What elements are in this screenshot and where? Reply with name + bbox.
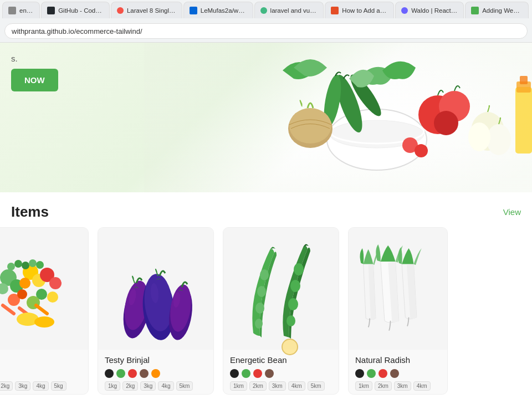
address-bar[interactable]: withpranta.github.io/ecommerce-tailwind/ bbox=[4, 23, 528, 39]
product-card-bean[interactable]: Energetic Bean 1km 2km 3km 4km 5km bbox=[223, 227, 339, 395]
products-row: table 1kg 2kg 3kg 4kg 5kg bbox=[0, 227, 532, 395]
tab-webview[interactable]: Adding WebView... bbox=[465, 2, 529, 18]
product-info-brinjal: Testy Brinjal 1kg 2kg 3kg 4kg 5km bbox=[98, 350, 213, 394]
tab-title-lemufas: LeMufas2a/wabi-de... bbox=[201, 7, 247, 14]
tab-title-webview: Adding WebView... bbox=[482, 7, 523, 14]
tab-favicon-webview bbox=[471, 7, 479, 14]
product-image-mixed-veg bbox=[0, 228, 88, 350]
color-dot-black[interactable] bbox=[230, 369, 239, 378]
product-image-radish bbox=[349, 228, 447, 350]
tab-favicon-lemufas bbox=[190, 7, 197, 14]
svg-point-39 bbox=[34, 316, 54, 328]
weight-2kg[interactable]: 2kg bbox=[122, 381, 138, 391]
browser-chrome: engel... GitHub - Code-Pop... Laravel 8 … bbox=[0, 0, 532, 43]
color-dot-green[interactable] bbox=[242, 369, 250, 378]
color-dot-red[interactable] bbox=[378, 369, 387, 378]
tab-favicon-engel bbox=[8, 7, 16, 14]
tab-title-coupon: How to Add a Coup... bbox=[342, 7, 388, 14]
product-card-brinjal[interactable]: Testy Brinjal 1kg 2kg 3kg 4kg 5km bbox=[98, 227, 214, 395]
weight-tags-bean: 1km 2km 3km 4km 5km bbox=[230, 381, 332, 391]
weight-4km[interactable]: 4km bbox=[288, 381, 305, 391]
color-dot-red[interactable] bbox=[253, 369, 262, 378]
hero-text-area: s. NOW bbox=[11, 54, 58, 91]
color-dot-red[interactable] bbox=[128, 369, 137, 378]
weight-2km[interactable]: 2km bbox=[375, 381, 392, 391]
weight-3km[interactable]: 3km bbox=[269, 381, 286, 391]
color-dot-amber[interactable] bbox=[151, 369, 160, 378]
color-dots-brinjal bbox=[105, 369, 207, 378]
page-content: s. NOW bbox=[0, 43, 532, 395]
svg-point-50 bbox=[257, 286, 266, 297]
tab-coupon[interactable]: How to Add a Coup... bbox=[325, 2, 394, 18]
tab-waldo[interactable]: Waldo | React Nativ... bbox=[395, 2, 464, 18]
weight-1km[interactable]: 1km bbox=[355, 381, 372, 391]
color-dots-radish bbox=[355, 369, 441, 378]
tab-favicon-waldo bbox=[401, 7, 408, 14]
weight-2km[interactable]: 2km bbox=[249, 381, 267, 391]
view-all-link[interactable]: View bbox=[503, 207, 521, 217]
svg-point-51 bbox=[255, 303, 264, 314]
weight-tags-radish: 1km 2km 3km 4km bbox=[355, 381, 441, 391]
color-dot-brown[interactable] bbox=[140, 369, 149, 378]
weight-5km[interactable]: 5km bbox=[176, 381, 193, 391]
color-dot-black[interactable] bbox=[105, 369, 114, 378]
tab-title-engel: engel... bbox=[19, 7, 34, 14]
color-dot-green[interactable] bbox=[367, 369, 376, 378]
tab-title-laravelvue: laravel and vue.js pr... bbox=[270, 7, 318, 14]
weight-2kg[interactable]: 2kg bbox=[0, 381, 13, 391]
svg-point-36 bbox=[29, 259, 37, 267]
tab-engel[interactable]: engel... bbox=[2, 2, 40, 18]
tab-favicon-laravelvue bbox=[260, 7, 267, 14]
svg-rect-0 bbox=[144, 43, 532, 192]
weight-5km[interactable]: 5km bbox=[308, 381, 325, 391]
tab-laravel8[interactable]: Laravel 8 Single Pag... bbox=[111, 2, 182, 18]
tab-github[interactable]: GitHub - Code-Pop... bbox=[41, 2, 110, 18]
svg-point-27 bbox=[49, 277, 62, 289]
hero-cta-button[interactable]: NOW bbox=[11, 69, 58, 91]
product-info-radish: Natural Radish 1km 2km 3km 4km bbox=[349, 350, 447, 394]
svg-point-16 bbox=[468, 122, 490, 151]
product-name-radish: Natural Radish bbox=[355, 355, 441, 365]
product-card-radish[interactable]: Natural Radish 1km 2km 3km 4km bbox=[348, 227, 448, 395]
tab-title-waldo: Waldo | React Nativ... bbox=[411, 7, 458, 14]
svg-point-55 bbox=[288, 298, 298, 310]
weight-3kg[interactable]: 3kg bbox=[140, 381, 156, 391]
weight-4kg[interactable]: 4kg bbox=[158, 381, 173, 391]
color-dot-black[interactable] bbox=[355, 369, 364, 378]
weight-4kg[interactable]: 4kg bbox=[33, 381, 48, 391]
tab-laravelvue[interactable]: laravel and vue.js pr... bbox=[254, 2, 324, 18]
product-info-mixed-veg: table 1kg 2kg 3kg 4kg 5kg bbox=[0, 350, 88, 394]
weight-3kg[interactable]: 3kg bbox=[15, 381, 30, 391]
svg-point-34 bbox=[14, 260, 22, 268]
weight-1kg[interactable]: 1kg bbox=[105, 381, 120, 391]
product-name-mixed-veg: table bbox=[0, 355, 81, 365]
tab-title-github: GitHub - Code-Pop... bbox=[58, 7, 104, 14]
tab-lemufas[interactable]: LeMufas2a/wabi-de... bbox=[183, 2, 253, 18]
product-card-mixed-veg[interactable]: table 1kg 2kg 3kg 4kg 5kg bbox=[0, 227, 89, 395]
weight-1km[interactable]: 1km bbox=[230, 381, 247, 391]
weight-4km[interactable]: 4km bbox=[413, 381, 431, 391]
tab-title-laravel8: Laravel 8 Single Pag... bbox=[127, 7, 176, 14]
svg-point-49 bbox=[260, 269, 269, 280]
product-info-bean: Energetic Bean 1km 2km 3km 4km 5km bbox=[223, 350, 339, 394]
svg-point-32 bbox=[47, 291, 58, 303]
tab-favicon-laravel8 bbox=[117, 7, 124, 14]
svg-point-53 bbox=[294, 263, 304, 275]
section-header: Items View bbox=[0, 192, 532, 227]
address-text: withpranta.github.io/ecommerce-tailwind/ bbox=[12, 27, 142, 35]
svg-point-52 bbox=[255, 319, 263, 329]
svg-point-6 bbox=[434, 111, 458, 135]
hero-section: s. NOW bbox=[0, 43, 532, 192]
section-title: Items bbox=[11, 203, 49, 221]
tab-favicon-github bbox=[47, 7, 55, 14]
svg-point-37 bbox=[36, 261, 44, 269]
svg-point-29 bbox=[17, 289, 27, 299]
color-dot-brown[interactable] bbox=[265, 369, 274, 378]
weight-3km[interactable]: 3km bbox=[394, 381, 411, 391]
svg-point-33 bbox=[7, 263, 15, 270]
color-dot-green[interactable] bbox=[116, 369, 125, 378]
color-dot-brown[interactable] bbox=[390, 369, 399, 378]
tab-favicon-coupon bbox=[331, 7, 339, 14]
weight-5kg[interactable]: 5kg bbox=[51, 381, 66, 391]
svg-point-54 bbox=[290, 280, 300, 292]
